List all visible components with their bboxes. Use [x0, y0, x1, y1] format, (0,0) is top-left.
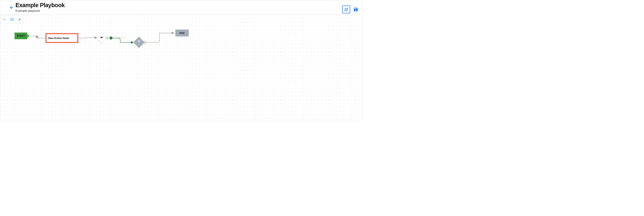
fit-screen-icon — [10, 17, 14, 21]
save-button[interactable] — [352, 5, 359, 13]
filter-node[interactable] — [133, 37, 144, 48]
playbook-editor: Example Playbook Example playbook — [0, 0, 362, 120]
page-title: Example Playbook — [16, 2, 65, 8]
alarm-off-icon — [344, 7, 348, 12]
action-node-label: New Action Node — [48, 37, 69, 39]
action-node[interactable]: New Action Node — [46, 33, 78, 43]
arrow-left-icon — [10, 5, 14, 10]
header: Example Playbook Example playbook — [0, 0, 362, 15]
branch-add-handle[interactable] — [106, 37, 108, 39]
workflow-canvas[interactable]: START New Action Node T 1 — [0, 15, 362, 120]
end-node[interactable]: END — [175, 29, 189, 36]
back-button[interactable] — [9, 5, 14, 10]
end-node-label: END — [180, 32, 185, 34]
page-subtitle: Example playbook — [16, 9, 40, 12]
branch-node[interactable] — [96, 33, 107, 43]
zoom-toolbar — [0, 15, 24, 24]
remove-edge-button[interactable] — [36, 35, 38, 38]
schedule-button[interactable] — [342, 5, 350, 13]
start-node[interactable]: START — [14, 32, 27, 39]
save-icon — [353, 7, 358, 12]
svg-rect-6 — [11, 18, 14, 20]
close-icon — [36, 36, 38, 38]
minus-icon — [2, 17, 6, 21]
zoom-in-button[interactable] — [17, 17, 22, 22]
start-node-label: START — [17, 35, 25, 37]
svg-line-2 — [345, 8, 345, 8]
plus-icon — [106, 37, 108, 39]
plus-icon — [27, 35, 29, 37]
plus-icon — [18, 17, 22, 21]
fit-button[interactable] — [9, 17, 15, 22]
start-add-handle[interactable] — [26, 35, 29, 37]
plus-icon — [144, 41, 146, 43]
zoom-out-button[interactable] — [2, 17, 7, 22]
filter-add-handle[interactable] — [144, 41, 146, 44]
branch-true-badge: T — [110, 36, 112, 39]
